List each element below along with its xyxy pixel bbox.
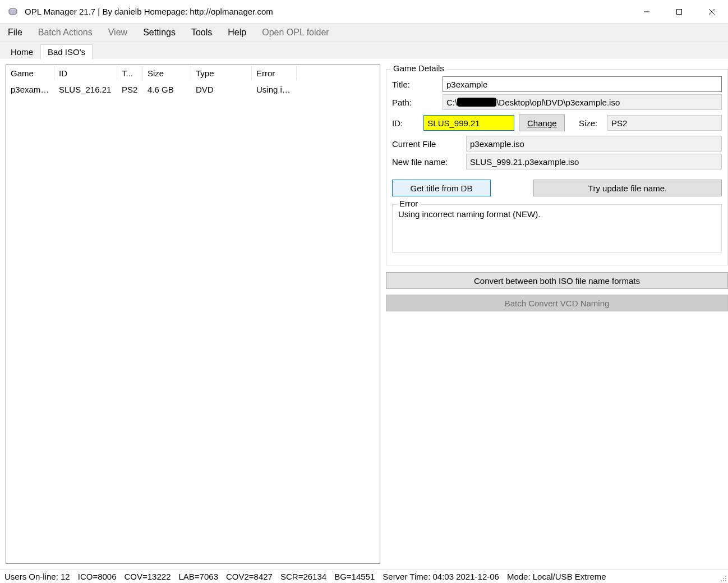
window-title: OPL Manager 21.7 | By danielb Homepage: …	[25, 7, 630, 16]
menu-tools[interactable]: Tools	[191, 27, 212, 38]
cell-game: p3example	[6, 82, 54, 97]
tab-home[interactable]: Home	[3, 44, 40, 59]
col-id[interactable]: ID	[54, 66, 117, 80]
error-text: Using incorrect naming format (NEW).	[398, 209, 716, 219]
status-cov2: COV2=8427	[226, 572, 273, 581]
redacted-path	[457, 98, 496, 107]
status-bg: BG=14551	[334, 572, 375, 581]
svg-point-9	[723, 580, 724, 581]
id-input[interactable]	[423, 115, 514, 131]
svg-point-8	[721, 580, 722, 581]
status-cov: COV=13222	[125, 572, 171, 581]
statusbar: Users On-line: 12 ICO=8006 COV=13222 LAB…	[0, 570, 728, 583]
cell-platform: PS2	[117, 82, 143, 97]
svg-point-10	[725, 580, 726, 581]
menu-open-opl-folder[interactable]: Open OPL folder	[262, 27, 329, 38]
table-row[interactable]: p3example SLUS_216.21 PS2 4.6 GB DVD Usi…	[6, 81, 380, 98]
convert-iso-formats-button[interactable]: Convert between both ISO file name forma…	[386, 272, 728, 289]
svg-point-5	[725, 576, 726, 577]
status-server-time: Server Time: 04:03 2021-12-06	[383, 572, 499, 581]
svg-point-6	[723, 578, 724, 579]
batch-convert-vcd-button: Batch Convert VCD Naming	[386, 295, 728, 311]
status-ico: ICO=8006	[78, 572, 117, 581]
minimize-button[interactable]	[630, 1, 663, 22]
new-file-field	[466, 154, 722, 169]
menubar: File Batch Actions View Settings Tools H…	[0, 24, 728, 42]
path-label: Path:	[392, 98, 438, 107]
size-label: Size:	[579, 118, 603, 128]
cell-id: SLUS_216.21	[54, 82, 117, 97]
col-game[interactable]: Game	[6, 66, 54, 80]
svg-rect-2	[677, 9, 682, 14]
resize-grip-icon[interactable]	[719, 574, 727, 582]
new-file-label: New file name:	[392, 157, 462, 167]
menu-settings[interactable]: Settings	[143, 27, 176, 38]
size-field	[607, 115, 722, 131]
cell-type: DVD	[191, 82, 252, 97]
error-group: Error Using incorrect naming format (NEW…	[392, 204, 722, 253]
title-input[interactable]	[443, 76, 722, 92]
try-update-file-name-button[interactable]: Try update file name.	[533, 180, 722, 196]
col-platform[interactable]: T...	[117, 66, 143, 80]
menu-batch-actions[interactable]: Batch Actions	[38, 27, 93, 38]
status-lab: LAB=7063	[179, 572, 218, 581]
change-button[interactable]: Change	[519, 114, 565, 131]
current-file-field	[466, 136, 722, 152]
bad-iso-table: Game ID T... Size Type Error p3example S…	[6, 65, 380, 564]
maximize-button[interactable]	[663, 1, 695, 22]
cell-size: 4.6 GB	[143, 82, 191, 97]
tabstrip: Home Bad ISO's	[0, 42, 728, 59]
menu-view[interactable]: View	[108, 27, 127, 38]
titlebar: OPL Manager 21.7 | By danielb Homepage: …	[0, 0, 728, 24]
menu-file[interactable]: File	[8, 27, 22, 38]
game-details-group: Game Details Title: Path: C:\\Desktop\op…	[386, 69, 728, 265]
current-file-label: Current File	[392, 139, 462, 149]
tab-bad-isos[interactable]: Bad ISO's	[40, 44, 93, 59]
status-users: Users On-line: 12	[4, 572, 70, 581]
col-error[interactable]: Error	[252, 66, 297, 80]
close-button[interactable]	[695, 1, 728, 22]
get-title-from-db-button[interactable]: Get title from DB	[392, 180, 491, 196]
path-field: C:\\Desktop\opl\DVD\p3example.iso	[443, 94, 722, 110]
title-label: Title:	[392, 80, 438, 89]
cell-error: Using in...	[252, 82, 297, 97]
app-icon	[8, 8, 18, 16]
col-type[interactable]: Type	[191, 66, 252, 80]
col-size[interactable]: Size	[143, 66, 191, 80]
status-scr: SCR=26134	[280, 572, 326, 581]
game-details-legend: Game Details	[391, 63, 446, 73]
svg-point-7	[725, 578, 726, 579]
id-label: ID:	[392, 118, 419, 128]
status-mode: Mode: Local/USB Extreme	[507, 572, 606, 581]
error-legend: Error	[397, 199, 420, 208]
menu-help[interactable]: Help	[228, 27, 246, 38]
